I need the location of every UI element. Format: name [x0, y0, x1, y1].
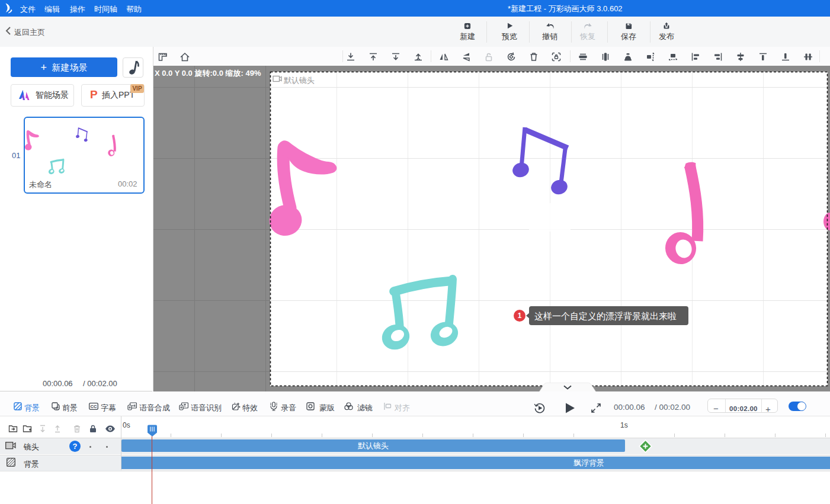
svg-text:CC: CC [91, 404, 97, 409]
